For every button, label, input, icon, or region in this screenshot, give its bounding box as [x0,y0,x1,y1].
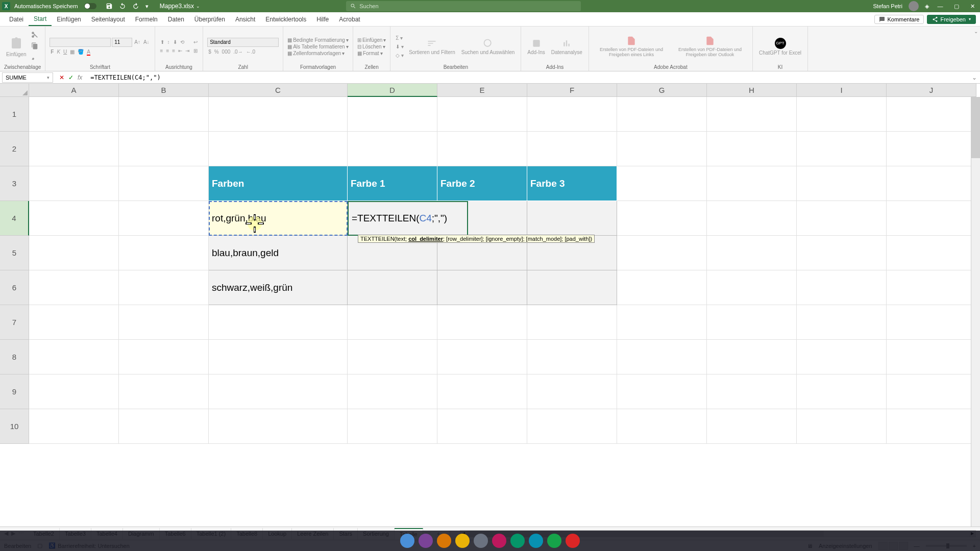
decrease-font-button[interactable]: A↓ [142,38,151,46]
fill-color-button[interactable]: 🪣 [77,48,85,56]
cell-B7[interactable] [119,305,209,340]
spreadsheet-grid[interactable]: ABCDEFGHIJ 12345678910 FarbenFarbe 1Farb… [0,84,980,527]
wrap-text-button[interactable]: ↩ [192,38,199,46]
format-cells-button[interactable]: ▦ Format ▾ [357,51,386,56]
ribbon-tab-ansicht[interactable]: Ansicht [230,12,260,26]
cell-G9[interactable] [617,374,707,409]
cell-I6[interactable] [797,270,887,305]
orientation-button[interactable]: ⟲ [179,38,185,46]
filename-dropdown-icon[interactable]: ⌄ [196,4,200,9]
format-painter-button[interactable] [30,53,39,63]
row-header-2[interactable]: 2 [0,132,29,166]
cell-J8[interactable] [887,340,976,374]
undo-icon[interactable] [119,3,126,10]
cell-J1[interactable] [887,97,976,132]
cell-I4[interactable] [797,201,887,236]
cell-C6[interactable]: schwarz,weiß,grün [209,270,348,305]
align-top-button[interactable]: ⬆ [159,38,165,46]
cell-B5[interactable] [119,236,209,270]
cell-D9[interactable] [348,374,437,409]
cell-D1[interactable] [348,97,437,132]
cell-C9[interactable] [209,374,348,409]
font-color-button[interactable]: A [86,48,91,56]
clear-button[interactable]: ◇ ▾ [395,52,405,59]
cell-A2[interactable] [29,132,119,166]
cell-B3[interactable] [119,166,209,201]
cell-B10[interactable] [119,409,209,444]
row-header-4[interactable]: 4 [0,201,29,236]
number-format-input[interactable] [207,38,279,47]
row-header-6[interactable]: 6 [0,270,29,305]
cell-E9[interactable] [437,374,527,409]
merge-button[interactable]: ⊞ [192,47,199,55]
table-header-0[interactable]: Farben [209,166,348,201]
save-icon[interactable] [106,3,113,10]
percent-button[interactable]: % [213,48,220,56]
addins-button[interactable]: Add-Ins [525,37,547,56]
ribbon-collapse-button[interactable]: ⌄ [972,27,980,71]
cell-J4[interactable] [887,201,976,236]
insert-function-button[interactable]: fx [78,74,82,81]
cell-B9[interactable] [119,374,209,409]
formula-expand-button[interactable]: ⌄ [969,74,980,81]
cell-F9[interactable] [527,374,617,409]
cell-C1[interactable] [209,97,348,132]
taskbar-app-icon[interactable] [437,534,451,548]
cell-J2[interactable] [887,132,976,166]
cell-A8[interactable] [29,340,119,374]
cell-D4-editing[interactable]: =TEXTTEILEN(C4;",") [348,201,468,236]
cell-D8[interactable] [348,340,437,374]
column-header-B[interactable]: B [119,84,209,97]
currency-button[interactable]: $ [207,48,212,56]
taskbar-app-icon[interactable] [529,534,543,548]
cell-I10[interactable] [797,409,887,444]
thousands-button[interactable]: 000 [221,48,232,56]
column-header-D[interactable]: D [348,84,437,97]
enter-formula-button[interactable]: ✓ [68,74,74,81]
row-header-1[interactable]: 1 [0,97,29,132]
cell-J10[interactable] [887,409,976,444]
search-box[interactable]: Suchen [346,1,581,11]
share-button[interactable]: Freigeben ▾ [927,15,976,24]
cancel-formula-button[interactable]: ✕ [59,74,64,81]
cell-I7[interactable] [797,305,887,340]
ribbon-tab-start[interactable]: Start [29,12,52,26]
increase-decimal-button[interactable]: .0→ [232,48,243,56]
cell-I9[interactable] [797,374,887,409]
cell-H3[interactable] [707,166,797,201]
indent-decrease-button[interactable]: ⇤ [177,47,183,55]
ribbon-tab-einfügen[interactable]: Einfügen [52,12,86,26]
taskbar-app-icon[interactable] [547,534,561,548]
cell-D7[interactable] [348,305,437,340]
conditional-formatting-button[interactable]: ▦ Bedingte Formatierung ▾ [287,37,349,43]
align-left-button[interactable]: ≡ [159,47,164,55]
cell-A9[interactable] [29,374,119,409]
cell-H9[interactable] [707,374,797,409]
insert-cells-button[interactable]: ⊞ Einfügen ▾ [357,37,386,43]
cell-styles-button[interactable]: ▦ Zellenformatvorlagen ▾ [287,51,349,56]
cell-I8[interactable] [797,340,887,374]
cell-E7[interactable] [437,305,527,340]
cell-E1[interactable] [437,97,527,132]
cell-E2[interactable] [437,132,527,166]
ribbon-tab-acrobat[interactable]: Acrobat [334,12,365,26]
format-as-table-button[interactable]: ▦ Als Tabelle formatieren ▾ [287,44,349,49]
indent-increase-button[interactable]: ⇥ [184,47,190,55]
find-select-button[interactable]: Suchen und Auswählen [459,37,517,56]
cell-H6[interactable] [707,270,797,305]
autosave-toggle[interactable] [84,3,96,9]
cell-H4[interactable] [707,201,797,236]
cell-C10[interactable] [209,409,348,444]
cell-I3[interactable] [797,166,887,201]
select-all-button[interactable] [0,84,29,97]
table-header-1[interactable]: Farbe 1 [348,166,437,201]
ribbon-tab-hilfe[interactable]: Hilfe [311,12,334,26]
ribbon-tab-entwicklertools[interactable]: Entwicklertools [260,12,311,26]
column-header-F[interactable]: F [527,84,617,97]
minimize-button[interactable]: — [935,3,945,9]
cell-I1[interactable] [797,97,887,132]
maximize-button[interactable]: ▢ [951,3,962,10]
cell-B4[interactable] [119,201,209,236]
autosum-button[interactable]: Σ ▾ [395,34,405,42]
row-header-8[interactable]: 8 [0,340,29,374]
